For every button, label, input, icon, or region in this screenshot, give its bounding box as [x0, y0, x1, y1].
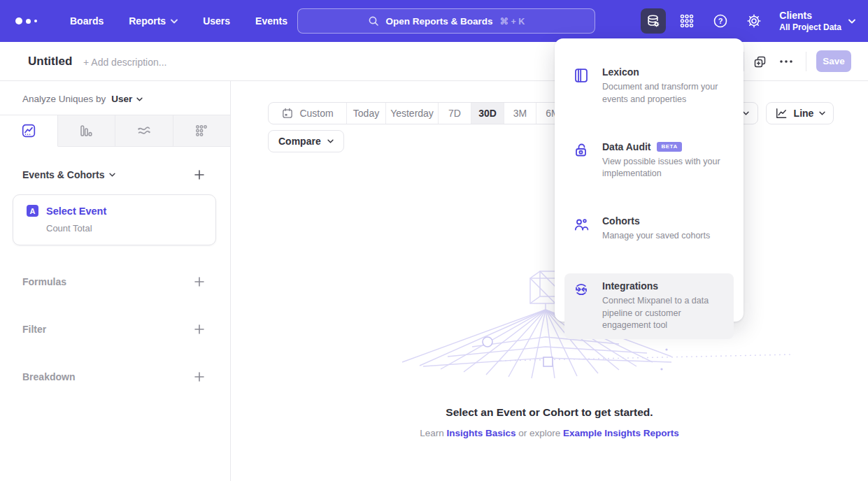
select-event-label[interactable]: Select Event [46, 206, 106, 217]
count-total-label[interactable]: Count Total [46, 223, 204, 234]
project-title: Clients [779, 10, 841, 21]
search-icon [368, 15, 379, 27]
report-canvas: Custom Today Yesterday 7D 30D 3M 6M Comp… [231, 81, 868, 481]
duplicate-report-button[interactable] [750, 52, 769, 71]
insights-basics-link[interactable]: Insights Basics [446, 428, 515, 438]
bar-chart-icon [78, 122, 94, 139]
chart-type-dropdown[interactable]: Line [766, 102, 834, 124]
menu-item-cohorts[interactable]: Cohorts Manage your saved cohorts [564, 208, 734, 250]
cohorts-icon [573, 216, 590, 233]
analyze-prefix: Analyze Uniques by [22, 94, 106, 104]
date-range-7d[interactable]: 7D [439, 103, 471, 124]
chevron-down-icon [743, 111, 749, 115]
add-event-button[interactable] [192, 168, 206, 182]
empty-state-title: Select an Event or Cohort to get started… [231, 406, 868, 419]
add-filter-button[interactable] [192, 322, 206, 336]
add-breakdown-button[interactable] [192, 370, 206, 384]
apps-grid-icon [678, 13, 695, 29]
scatter-chart-icon [193, 122, 210, 139]
empty-state-subtitle: Learn Insights Basics or explore Example… [231, 428, 868, 438]
duplicate-icon [753, 55, 767, 69]
events-cohorts-section: Events & Cohorts [0, 168, 230, 182]
formulas-section: Formulas [0, 275, 230, 289]
chevron-down-icon [327, 139, 334, 143]
date-range-yesterday[interactable]: Yesterday [386, 103, 439, 124]
nav-reports[interactable]: Reports [129, 15, 178, 27]
more-options-button[interactable] [776, 52, 796, 71]
menu-item-data-audit[interactable]: Data Audit BETA View possible issues wit… [564, 134, 734, 188]
project-selector[interactable]: Clients All Project Data [779, 10, 855, 32]
date-range-30d[interactable]: 30D [471, 103, 504, 124]
plus-icon [194, 169, 205, 180]
chevron-down-icon [109, 173, 115, 177]
query-sidebar: Analyze Uniques by User [0, 81, 231, 481]
compare-button[interactable]: Compare [268, 130, 344, 152]
filter-label: Filter [22, 324, 46, 335]
data-audit-icon [573, 142, 590, 159]
nav-events[interactable]: Events [255, 15, 287, 27]
data-management-button[interactable] [641, 8, 666, 34]
add-formula-button[interactable] [192, 275, 206, 289]
date-range-3m[interactable]: 3M [504, 103, 536, 124]
apps-grid-button[interactable] [674, 8, 699, 34]
chart-type-tab-bar[interactable] [58, 115, 116, 146]
help-button[interactable]: ? [708, 8, 733, 34]
lexicon-icon [573, 67, 590, 84]
divider [806, 52, 806, 71]
settings-button[interactable] [741, 8, 767, 34]
line-chart-icon [20, 122, 37, 139]
analyze-uniques-row: Analyze Uniques by User [0, 81, 230, 104]
integrations-icon [573, 281, 590, 298]
beta-badge: BETA [657, 142, 681, 152]
nav-boards[interactable]: Boards [70, 15, 104, 27]
line-chart-icon [774, 106, 788, 120]
plus-icon [194, 324, 205, 335]
events-cohorts-label[interactable]: Events & Cohorts [22, 169, 115, 180]
formulas-label: Formulas [22, 276, 66, 287]
report-title[interactable]: Untitled [28, 55, 72, 69]
mixpanel-logo[interactable] [15, 17, 43, 24]
event-card[interactable]: A Select Event Count Total [13, 194, 216, 245]
analyze-value-dropdown[interactable]: User [111, 94, 143, 104]
menu-item-lexicon[interactable]: Lexicon Document and transform your even… [564, 59, 734, 113]
chevron-down-icon [171, 19, 178, 24]
search-label: Open Reports & Boards [386, 16, 493, 27]
top-navbar: Boards Reports Users Events Open Reports… [0, 0, 868, 42]
example-insights-reports-link[interactable]: Example Insights Reports [563, 428, 679, 438]
breakdown-label: Breakdown [22, 371, 75, 382]
save-button[interactable]: Save [816, 50, 851, 72]
help-icon: ? [712, 13, 729, 29]
menu-item-integrations[interactable]: Integrations Connect Mixpanel to a data … [564, 273, 734, 339]
svg-text:?: ? [718, 17, 723, 25]
chart-type-tabs [0, 115, 230, 147]
date-range-today[interactable]: Today [347, 103, 386, 124]
filter-section: Filter [0, 322, 230, 336]
plus-icon [194, 371, 205, 382]
data-management-menu: Lexicon Document and transform your even… [555, 38, 744, 322]
search-shortcut: ⌘ + K [500, 16, 525, 27]
breakdown-section: Breakdown [0, 370, 230, 384]
add-description-field[interactable]: + Add description... [83, 57, 166, 68]
plus-icon [194, 276, 205, 287]
chart-type-tab-flow[interactable] [115, 115, 173, 146]
date-range-control: Custom Today Yesterday 7D 30D 3M 6M [268, 102, 569, 124]
settings-gear-icon [746, 13, 762, 29]
event-letter-badge: A [27, 205, 38, 217]
chevron-down-icon [136, 97, 143, 101]
ellipsis-icon [779, 59, 793, 64]
calendar-icon [281, 107, 294, 120]
global-search[interactable]: Open Reports & Boards ⌘ + K [297, 8, 595, 34]
divider [744, 52, 744, 71]
database-gear-icon [645, 13, 662, 29]
date-range-custom[interactable]: Custom [269, 103, 347, 124]
nav-users[interactable]: Users [203, 15, 230, 27]
chart-type-tab-line[interactable] [0, 115, 58, 147]
chart-type-tab-scatter[interactable] [173, 115, 231, 146]
chevron-down-icon [848, 19, 855, 24]
flow-chart-icon [136, 122, 152, 139]
project-subtitle: All Project Data [779, 22, 841, 32]
chevron-down-icon [819, 111, 825, 115]
